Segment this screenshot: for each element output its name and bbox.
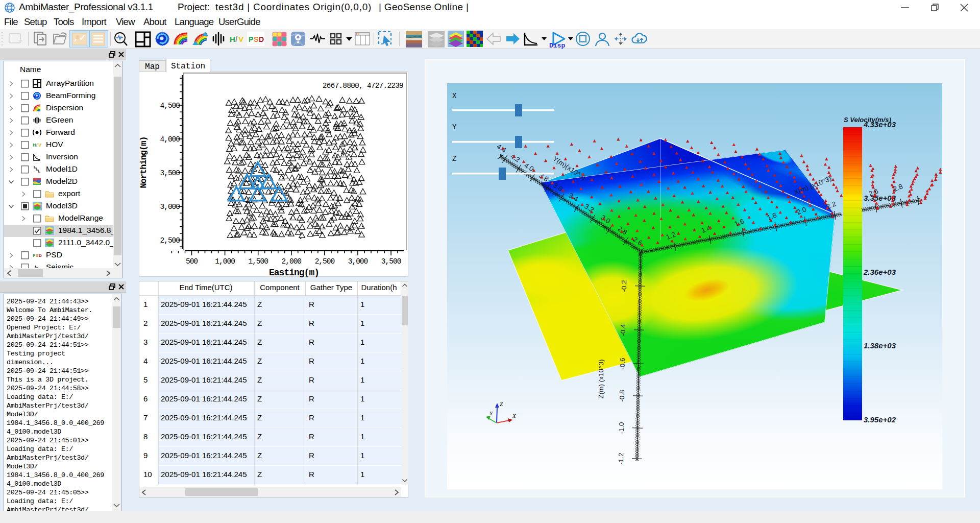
- svg-text:4,000: 4,000: [160, 135, 180, 144]
- svg-text:V: V: [38, 142, 41, 148]
- svg-text:4.33e+03: 4.33e+03: [863, 120, 896, 129]
- svg-text:3,500: 3,500: [160, 169, 180, 177]
- svg-text:/: /: [36, 142, 38, 148]
- svg-text:S: S: [254, 35, 258, 43]
- svg-text:2,500: 2,500: [315, 257, 335, 266]
- svg-text:D: D: [259, 35, 264, 43]
- svg-text:3,000: 3,000: [348, 257, 368, 266]
- svg-text:-0.4: -0.4: [619, 324, 627, 336]
- svg-text:2,500: 2,500: [160, 236, 180, 245]
- svg-text:Z: Z: [500, 401, 503, 407]
- svg-text:P: P: [249, 35, 253, 43]
- svg-text:3,000: 3,000: [160, 203, 180, 211]
- svg-text:-1.2: -1.2: [617, 453, 625, 464]
- svg-text:2.36e+03: 2.36e+03: [863, 268, 896, 276]
- svg-text:-0.8: -0.8: [618, 390, 626, 401]
- svg-text:1,000: 1,000: [215, 257, 235, 266]
- svg-text:H: H: [230, 35, 235, 43]
- svg-text:Y: Y: [452, 123, 457, 131]
- svg-text:-1.0: -1.0: [618, 422, 625, 434]
- svg-text:-0.6: -0.6: [619, 358, 626, 369]
- svg-text:1.38e+03: 1.38e+03: [864, 341, 896, 350]
- svg-text:2667.8800, 4727.2239: 2667.8800, 4727.2239: [323, 82, 403, 90]
- svg-text:4,500: 4,500: [160, 102, 180, 110]
- svg-text:2,000: 2,000: [282, 257, 302, 266]
- svg-text:H: H: [33, 142, 36, 148]
- svg-text:500: 500: [186, 257, 198, 266]
- svg-text:-0.2: -0.2: [620, 280, 628, 292]
- svg-text:D: D: [39, 253, 42, 258]
- svg-text:X: X: [512, 413, 517, 419]
- svg-text:Northing(m): Northing(m): [139, 136, 149, 188]
- svg-text:3.35e+03: 3.35e+03: [864, 194, 896, 202]
- svg-text:V: V: [238, 35, 243, 43]
- svg-text:Z: Z: [452, 155, 456, 163]
- svg-text:Easting(m): Easting(m): [269, 268, 319, 277]
- svg-text:1,500: 1,500: [248, 257, 268, 266]
- svg-text:Disp: Disp: [549, 42, 565, 49]
- svg-text:/: /: [235, 35, 238, 43]
- svg-text:3.95e+02: 3.95e+02: [864, 415, 896, 424]
- svg-text:Z(m) (x10^3): Z(m) (x10^3): [597, 360, 605, 399]
- svg-text:3,500: 3,500: [381, 257, 401, 266]
- svg-text:X: X: [452, 92, 457, 100]
